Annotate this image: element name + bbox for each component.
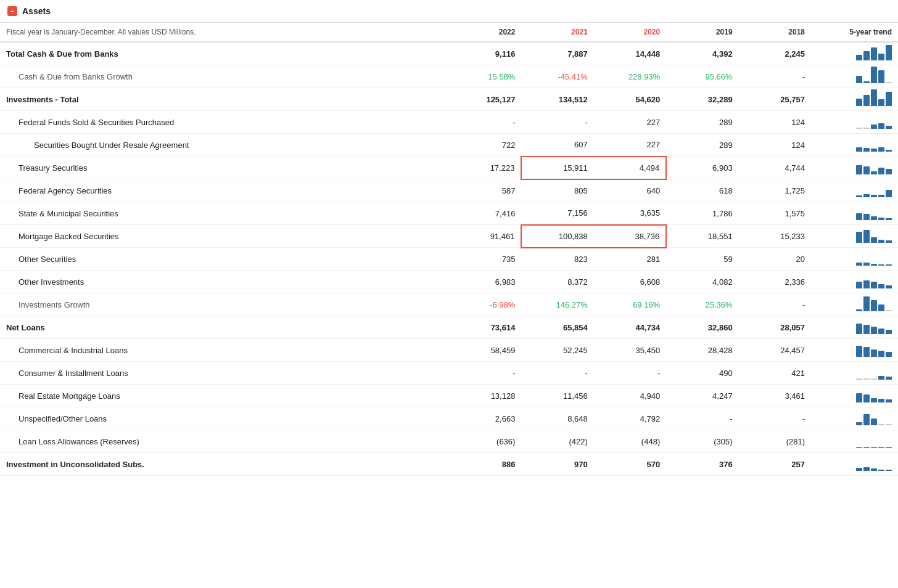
cell-value: 134,512: [521, 88, 593, 111]
cell-value: 124: [739, 134, 811, 157]
trend-bar: [856, 346, 862, 357]
trend-bar: [863, 148, 870, 152]
trend-bar: [886, 126, 892, 129]
trend-cell: [811, 293, 898, 316]
cell-value: 13,128: [449, 385, 521, 407]
trend-bar: [856, 263, 862, 266]
trend-bar: [878, 424, 884, 425]
trend-bar: [886, 240, 892, 243]
header-2020: 2020: [594, 23, 666, 42]
cell-value: 11,456: [521, 385, 593, 407]
table-row: Federal Agency Securities5878056406181,7…: [0, 179, 898, 202]
cell-value: 4,494: [594, 157, 666, 179]
trend-bar: [871, 300, 877, 311]
trend-bar: [871, 171, 877, 174]
cell-value: 1,725: [739, 179, 811, 202]
trend-bar: [878, 376, 884, 380]
cell-value: 14,448: [594, 42, 666, 65]
trend-bar: [856, 447, 862, 448]
trend-cell: [811, 111, 898, 134]
cell-value: 95.66%: [666, 65, 738, 88]
cell-value: 570: [594, 453, 666, 476]
row-label: Treasury Securities: [0, 157, 449, 179]
table-row: Total Cash & Due from Banks9,1167,88714,…: [0, 42, 898, 65]
trend-bar: [878, 123, 884, 129]
cell-value: 4,792: [594, 407, 666, 430]
trend-cell: [811, 271, 898, 293]
cell-value: 17,223: [449, 157, 521, 179]
trend-bar: [871, 195, 877, 197]
trend-bar: [871, 378, 877, 380]
table-header-row: Fiscal year is January-December. All val…: [0, 23, 898, 42]
cell-value: 52,245: [521, 339, 593, 362]
cell-value: 4,392: [666, 42, 738, 65]
trend-bar: [871, 282, 877, 288]
trend-bar: [886, 82, 892, 83]
trend-bar: [856, 422, 862, 425]
cell-value: 58,459: [449, 339, 521, 362]
cell-value: 35,450: [594, 339, 666, 362]
table-row: Investment in Unconsolidated Subs.886970…: [0, 453, 898, 476]
trend-cell: [811, 339, 898, 362]
trend-bar: [878, 195, 884, 197]
trend-bar: [878, 218, 884, 220]
cell-value: (305): [666, 430, 738, 453]
collapse-icon[interactable]: −: [7, 6, 17, 16]
trend-bar: [886, 169, 892, 174]
trend-bar: [871, 447, 877, 448]
trend-bar: [856, 282, 862, 288]
cell-value: 8,372: [521, 271, 593, 293]
table-row: Commercial & Industrial Loans58,45952,24…: [0, 339, 898, 362]
cell-value: 8,648: [521, 407, 593, 430]
trend-cell: [811, 42, 898, 65]
row-label: Securities Bought Under Resale Agreement: [0, 134, 449, 157]
trend-cell: [811, 407, 898, 430]
cell-value: (636): [449, 430, 521, 453]
trend-bar: [871, 149, 877, 152]
trend-bar: [878, 304, 884, 311]
table-row: Treasury Securities17,22315,9114,4946,90…: [0, 157, 898, 179]
cell-value: 32,860: [666, 316, 738, 339]
cell-value: 2,336: [739, 271, 811, 293]
cell-value: 6,608: [594, 271, 666, 293]
trend-bar: [863, 447, 870, 448]
cell-value: -: [594, 362, 666, 385]
table-row: Loan Loss Allowances (Reserves)(636)(422…: [0, 430, 898, 453]
trend-bar: [878, 168, 884, 174]
row-label: Other Securities: [0, 248, 449, 271]
trend-bar: [886, 285, 892, 288]
cell-value: -: [666, 407, 738, 430]
trend-bar: [871, 216, 877, 220]
main-container: − Assets Fiscal year is January-December…: [0, 0, 898, 476]
trend-bar: [856, 213, 862, 220]
cell-value: 376: [666, 453, 738, 476]
financial-table: Fiscal year is January-December. All val…: [0, 23, 898, 476]
cell-value: 25.36%: [666, 293, 738, 316]
trend-bar: [878, 329, 884, 334]
trend-cell: [811, 88, 898, 111]
cell-value: -: [449, 362, 521, 385]
trend-bar: [886, 330, 892, 334]
trend-cell: [811, 316, 898, 339]
cell-value: 38,736: [594, 225, 666, 248]
trend-bar: [886, 352, 892, 357]
cell-value: 54,620: [594, 88, 666, 111]
trend-bar: [886, 92, 892, 106]
cell-value: 587: [449, 179, 521, 202]
cell-value: 4,247: [666, 385, 738, 407]
trend-bar: [886, 45, 892, 60]
cell-value: 9,116: [449, 42, 521, 65]
cell-value: 805: [521, 179, 593, 202]
cell-value: -: [521, 362, 593, 385]
cell-value: 4,744: [739, 157, 811, 179]
cell-value: (448): [594, 430, 666, 453]
table-row: Securities Bought Under Resale Agreement…: [0, 134, 898, 157]
header-2018: 2018: [739, 23, 811, 42]
trend-bar: [856, 99, 862, 106]
trend-bar: [878, 351, 884, 357]
cell-value: 7,887: [521, 42, 593, 65]
header-2021: 2021: [521, 23, 593, 42]
trend-cell: [811, 248, 898, 271]
trend-bar: [863, 166, 870, 174]
cell-value: (281): [739, 430, 811, 453]
